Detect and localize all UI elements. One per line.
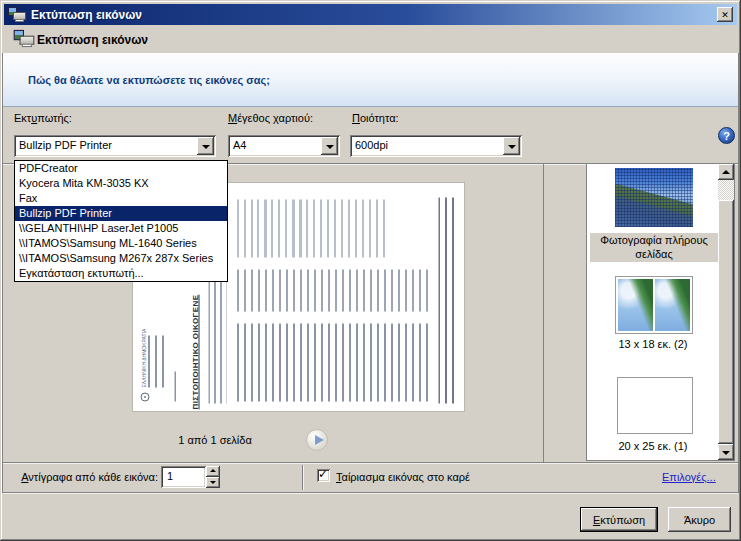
printer-dropdown-list: PDFCreator Kyocera Mita KM-3035 KX Fax B… <box>14 160 228 282</box>
chevron-down-icon <box>508 145 516 153</box>
printer-combobox-value: Bullzip PDF Printer <box>19 139 112 151</box>
wizard-title: Εκτύπωση εικόνων <box>37 33 148 47</box>
paper-size-label: Μέγεθος χαρτιού: <box>228 112 313 124</box>
print-pictures-dialog: Εκτύπωση εικόνων ✕ Εκτύπωση εικόνων Πώς … <box>0 0 741 541</box>
printer-photo-icon <box>8 7 26 22</box>
quality-dropdown-arrow[interactable] <box>503 137 520 155</box>
footer-top-border <box>3 462 738 464</box>
fit-to-frame-checkbox[interactable]: ✓ <box>317 469 330 482</box>
scrollbar-thumb[interactable] <box>718 200 734 444</box>
arrow-down-icon <box>722 451 730 455</box>
printer-label: Εκτυπωτής: <box>14 112 72 124</box>
layout-label-20x25[interactable]: 20 x 25 εκ. (1) <box>587 440 719 452</box>
printer-option-install[interactable]: Εγκατάσταση εκτυπωτή... <box>15 266 227 281</box>
quality-label: Ποιότητα: <box>352 112 399 124</box>
document-text-lines <box>439 198 455 404</box>
preview-sidebar-divider <box>543 164 544 462</box>
arrow-down-icon <box>210 481 216 484</box>
copies-input[interactable]: 1 <box>161 466 206 488</box>
fit-to-frame-label[interactable]: Ταίριασμα εικόνας στο καρέ <box>336 471 470 483</box>
panel-border-left <box>2 53 3 493</box>
quality-combobox[interactable]: 600dpi <box>350 135 522 157</box>
paper-dropdown-arrow[interactable] <box>321 137 338 155</box>
layout-panel: Φωτογραφία πλήρους σελίδας 13 x 18 εκ. (… <box>586 163 735 461</box>
print-button[interactable]: Εκτύπωση <box>580 507 658 532</box>
printer-option[interactable]: PDFCreator <box>15 161 227 176</box>
document-text-lines <box>175 372 181 402</box>
play-icon <box>315 435 324 445</box>
layout-item-full-page[interactable] <box>615 168 693 227</box>
document-text-lines <box>237 270 433 312</box>
layout-thumbnail <box>618 279 653 331</box>
document-emblem-icon <box>141 393 150 402</box>
banner-question: Πώς θα θέλατε να εκτυπώσετε τις εικόνες … <box>28 74 270 86</box>
document-text-lines <box>148 336 168 388</box>
layout-scrollbar[interactable] <box>718 164 734 460</box>
cancel-button[interactable]: Άκυρο <box>668 507 731 532</box>
copies-spin-down-button[interactable] <box>206 477 220 488</box>
printer-option[interactable]: \\GELANTHI\HP LaserJet P1005 <box>15 221 227 236</box>
printer-option-selected[interactable]: Bullzip PDF Printer <box>15 206 227 221</box>
printer-option[interactable]: Kyocera Mita KM-3035 KX <box>15 176 227 191</box>
question-banner: Πώς θα θέλατε να εκτυπώσετε τις εικόνες … <box>3 53 738 107</box>
chevron-down-icon <box>326 145 334 153</box>
document-text-lines <box>237 324 433 402</box>
next-page-button[interactable] <box>306 429 328 451</box>
options-link[interactable]: Επιλογές... <box>662 471 716 483</box>
printer-combobox[interactable]: Bullzip PDF Printer <box>14 135 216 157</box>
layout-thumbnail <box>655 279 690 331</box>
arrow-up-icon <box>210 469 216 472</box>
layout-label-13x18[interactable]: 13 x 18 εκ. (2) <box>587 338 719 350</box>
print-wizard-icon <box>14 30 35 47</box>
document-header-text: ΕΛΛΗΝΙΚΗ ΔΗΜΟΚΡΑΤΙΑ <box>141 318 147 388</box>
buttons-top-border <box>3 492 738 494</box>
footer-divider <box>302 465 304 490</box>
printer-option[interactable]: \\ITAMOS\Samsung ML-1640 Series <box>15 236 227 251</box>
document-text-lines <box>237 200 387 258</box>
scrollbar-down-button[interactable] <box>718 444 734 460</box>
layout-item-13x18[interactable] <box>615 276 693 334</box>
copies-spin-up-button[interactable] <box>206 466 220 477</box>
layout-label-full-page[interactable]: Φωτογραφία πλήρους σελίδας <box>590 233 718 262</box>
scrollbar-up-button[interactable] <box>718 164 734 180</box>
wizard-header: Εκτύπωση εικόνων <box>3 25 738 53</box>
window-title: Εκτύπωση εικόνων <box>31 8 142 22</box>
arrow-up-icon <box>722 170 730 174</box>
layout-item-20x25[interactable] <box>617 377 693 434</box>
printer-dropdown-arrow[interactable] <box>197 137 214 155</box>
help-button[interactable]: ? <box>718 127 735 144</box>
copies-label: Αντίγραφα από κάθε εικόνα: <box>20 471 158 483</box>
page-count-label: 1 από 1 σελίδα <box>150 434 280 446</box>
paper-size-combobox-value: A4 <box>233 139 246 151</box>
quality-combobox-value: 600dpi <box>355 139 388 151</box>
paper-size-combobox[interactable]: A4 <box>228 135 340 157</box>
checkmark-icon: ✓ <box>318 467 328 481</box>
close-button[interactable]: ✕ <box>717 7 733 22</box>
chevron-down-icon <box>202 145 210 153</box>
printer-option[interactable]: Fax <box>15 191 227 206</box>
printer-option[interactable]: \\ITAMOS\Samsung M267x 287x Series <box>15 251 227 266</box>
question-mark-icon: ? <box>723 130 730 142</box>
copies-value: 1 <box>167 470 173 482</box>
title-bar: Εκτύπωση εικόνων ✕ <box>4 4 737 25</box>
panel-border-right <box>738 53 739 493</box>
